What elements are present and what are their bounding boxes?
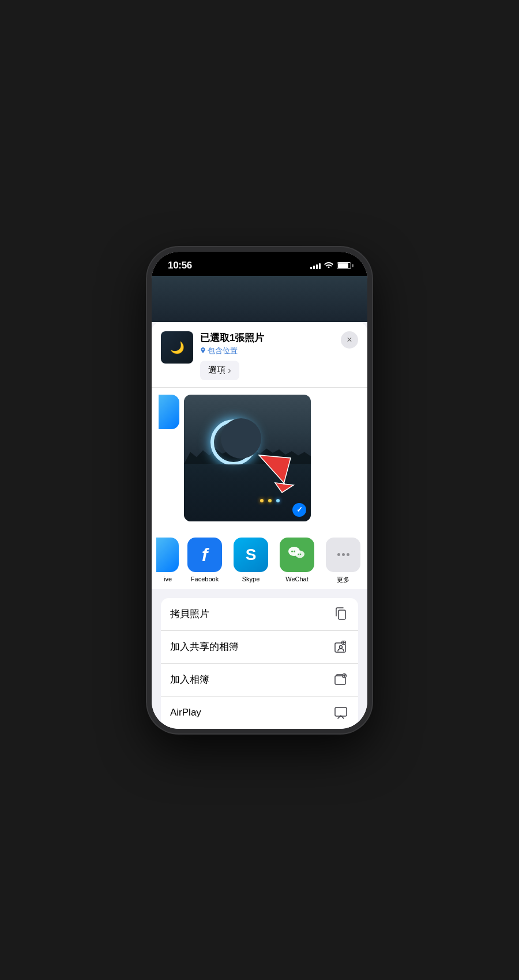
close-button[interactable]: × — [341, 331, 358, 349]
share-header: 🌙 已選取1張照片 包含位置 選項 › × — [152, 322, 367, 388]
battery-icon — [337, 262, 351, 269]
app-item-skype[interactable]: S Skype — [230, 538, 272, 584]
facebook-icon: f — [187, 538, 222, 572]
svg-point-12 — [340, 645, 343, 648]
partial-app-label: ive — [164, 576, 172, 582]
app-item-wechat[interactable]: WeChat — [276, 538, 318, 584]
shared-album-icon — [333, 639, 349, 655]
add-album-action[interactable]: 加入相簿 — [161, 663, 358, 696]
add-shared-album-action[interactable]: 加入共享的相簿 — [161, 630, 358, 663]
app-item-more[interactable]: 更多 — [322, 538, 364, 584]
svg-point-1 — [291, 551, 293, 553]
status-icons — [310, 261, 351, 270]
svg-point-4 — [298, 554, 299, 555]
photo-preview-partial — [159, 395, 179, 521]
share-subtitle: 包含位置 — [200, 346, 334, 356]
apps-row: ive f Facebook S Skype — [152, 538, 367, 584]
water-lights — [260, 499, 280, 502]
svg-point-5 — [300, 554, 302, 555]
action-card-1: 拷貝照片 加入共享的相簿 — [161, 598, 358, 729]
copy-photo-action[interactable]: 拷貝照片 — [161, 598, 358, 630]
share-info: 已選取1張照片 包含位置 選項 › — [200, 331, 334, 380]
phone-frame: 10:56 — [147, 247, 372, 733]
photo-preview-row[interactable]: ✓ — [152, 388, 367, 528]
signal-icon — [310, 262, 321, 269]
airplay-icon — [333, 705, 349, 721]
screen: 10:56 — [152, 252, 367, 729]
svg-rect-18 — [335, 707, 347, 716]
svg-point-2 — [294, 551, 295, 553]
skype-label: Skype — [242, 576, 260, 582]
status-bar: 10:56 — [152, 252, 367, 276]
apps-section: ive f Facebook S Skype — [152, 528, 367, 589]
action-list: 拷貝照片 加入共享的相簿 — [152, 589, 367, 729]
photo-thumbnail: 🌙 — [161, 331, 193, 364]
share-title: 已選取1張照片 — [200, 331, 334, 345]
app-item-partial-left[interactable]: ive — [156, 538, 179, 584]
app-item-facebook[interactable]: f Facebook — [184, 538, 225, 584]
photo-scene — [184, 395, 311, 521]
airplay-label: AirPlay — [170, 707, 201, 718]
water-reflection — [184, 464, 311, 521]
add-album-label: 加入相簿 — [170, 673, 209, 686]
facebook-label: Facebook — [191, 576, 219, 582]
copy-photo-label: 拷貝照片 — [170, 607, 209, 620]
more-label: 更多 — [337, 576, 349, 584]
add-album-icon — [333, 672, 349, 688]
airplay-action[interactable]: AirPlay — [161, 696, 358, 729]
wechat-icon — [280, 538, 314, 572]
copy-icon — [333, 606, 349, 622]
add-shared-album-label: 加入共享的相簿 — [170, 640, 239, 653]
checkmark-badge: ✓ — [292, 503, 306, 517]
status-time: 10:56 — [168, 260, 192, 271]
more-icon — [326, 538, 360, 572]
photo-preview-item[interactable]: ✓ — [184, 395, 311, 521]
wechat-label: WeChat — [285, 576, 309, 582]
skype-icon: S — [234, 538, 268, 572]
moon-icon — [210, 419, 257, 466]
photo-background — [152, 276, 367, 322]
svg-rect-6 — [339, 610, 345, 619]
share-sheet: 🌙 已選取1張照片 包含位置 選項 › × — [152, 322, 367, 729]
options-button[interactable]: 選項 › — [200, 361, 239, 380]
wifi-icon — [324, 261, 333, 270]
